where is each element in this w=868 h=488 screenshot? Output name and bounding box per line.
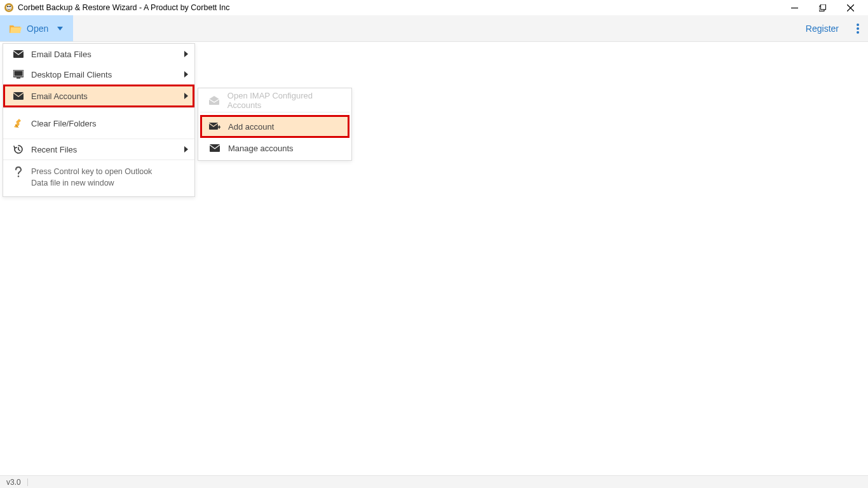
- menu-help-label: Press Control key to open Outlook Data f…: [31, 166, 171, 189]
- menu-item-label: Email Accounts: [31, 92, 186, 101]
- open-menu: Email Data Files Desktop Email Clients E…: [3, 43, 195, 197]
- svg-point-8: [857, 27, 859, 30]
- window-title: Corbett Backup & Restore Wizard - A Prod…: [18, 3, 229, 12]
- close-button[interactable]: [836, 0, 864, 15]
- chevron-right-icon: [184, 51, 188, 57]
- submenu-item-label: Add account: [228, 122, 274, 132]
- monitor-icon: [12, 70, 25, 79]
- svg-rect-17: [210, 144, 220, 152]
- svg-rect-12: [15, 71, 23, 76]
- svg-point-15: [18, 175, 20, 177]
- email-accounts-submenu: Open IMAP Configured Accounts Add accoun…: [198, 88, 352, 161]
- menu-item-email-data-files[interactable]: Email Data Files: [3, 44, 194, 64]
- menu-item-label: Email Data Files: [31, 50, 186, 59]
- maximize-button[interactable]: [808, 0, 836, 15]
- question-icon: [12, 166, 25, 178]
- envelope-open-icon: [208, 96, 221, 105]
- menu-item-clear-files[interactable]: Clear File/Folders: [3, 108, 194, 139]
- register-link[interactable]: Register: [797, 15, 848, 41]
- open-label: Open: [27, 24, 48, 34]
- register-label: Register: [806, 24, 839, 34]
- menu-item-label: Desktop Email Clients: [31, 70, 186, 79]
- menu-item-recent-files[interactable]: Recent Files: [3, 139, 194, 159]
- submenu-item-open-imap: Open IMAP Configured Accounts: [200, 90, 349, 111]
- svg-rect-13: [17, 78, 20, 79]
- chevron-right-icon: [184, 93, 188, 99]
- menu-item-email-accounts[interactable]: Email Accounts: [3, 85, 194, 107]
- envelope-icon: [208, 144, 222, 152]
- app-icon: [4, 3, 14, 13]
- statusbar: v3.0: [0, 475, 868, 488]
- svg-rect-14: [13, 92, 24, 100]
- svg-point-9: [857, 31, 859, 34]
- statusbar-separator: [27, 478, 28, 486]
- menu-help-text: Press Control key to open Outlook Data f…: [3, 160, 194, 196]
- envelope-plus-icon: [208, 122, 222, 131]
- menu-item-label: Clear File/Folders: [31, 119, 186, 128]
- version-label: v3.0: [6, 478, 21, 487]
- kebab-icon: [857, 24, 859, 34]
- menu-item-desktop-clients[interactable]: Desktop Email Clients: [3, 64, 194, 85]
- minimize-button[interactable]: [780, 0, 808, 15]
- submenu-divider: [200, 112, 349, 112]
- folder-open-icon: [9, 24, 22, 34]
- open-button[interactable]: Open: [0, 15, 73, 41]
- svg-rect-10: [13, 50, 24, 58]
- svg-rect-4: [791, 8, 798, 8]
- chevron-right-icon: [184, 71, 188, 78]
- svg-point-2: [7, 6, 8, 7]
- chevron-right-icon: [184, 146, 188, 152]
- submenu-item-add-account[interactable]: Add account: [200, 115, 349, 138]
- envelope-icon: [12, 50, 25, 58]
- chevron-down-icon: [57, 27, 63, 30]
- history-icon: [12, 144, 25, 154]
- submenu-item-label: Open IMAP Configured Accounts: [227, 91, 342, 110]
- svg-point-3: [10, 6, 11, 7]
- svg-rect-6: [820, 4, 825, 10]
- svg-point-7: [857, 24, 859, 26]
- toolbar: Open Register: [0, 15, 868, 42]
- submenu-item-label: Manage accounts: [228, 144, 294, 153]
- broom-icon: [12, 118, 25, 128]
- more-options-button[interactable]: [848, 15, 868, 41]
- envelope-icon: [12, 92, 25, 100]
- submenu-item-manage-accounts[interactable]: Manage accounts: [200, 138, 349, 158]
- menu-item-label: Recent Files: [31, 145, 186, 154]
- titlebar: Corbett Backup & Restore Wizard - A Prod…: [0, 0, 868, 15]
